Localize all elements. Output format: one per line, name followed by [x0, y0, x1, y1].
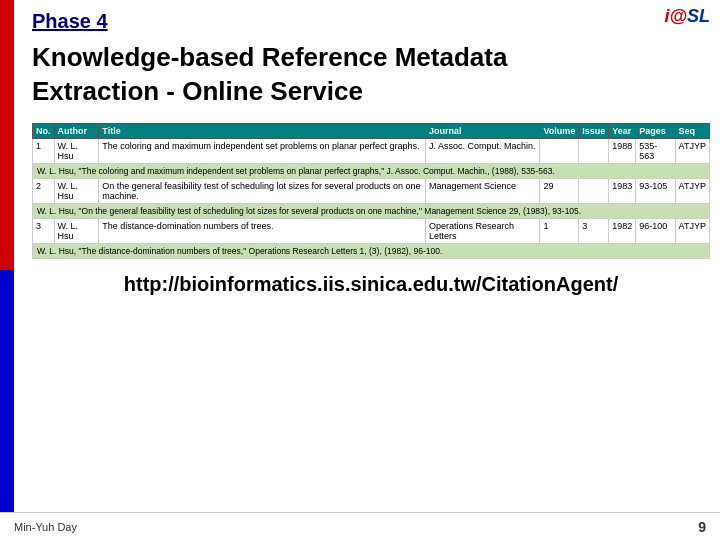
col-volume: Volume — [540, 123, 579, 138]
left-bar-bottom — [0, 270, 14, 540]
cell-author: W. L. Hsu — [54, 138, 99, 163]
cell-author: W. L. Hsu — [54, 178, 99, 203]
citation-row: W. L. Hsu, "On the general feasibility t… — [33, 203, 710, 218]
col-author: Author — [54, 123, 99, 138]
citation-text: W. L. Hsu, "On the general feasibility t… — [33, 203, 710, 218]
cell-journal: Management Science — [426, 178, 540, 203]
cell-pages: 96-100 — [636, 218, 675, 243]
col-issue: Issue — [579, 123, 609, 138]
col-journal: Journal — [426, 123, 540, 138]
col-seq: Seq — [675, 123, 709, 138]
col-title: Title — [99, 123, 426, 138]
cell-journal: J. Assoc. Comput. Machin. — [426, 138, 540, 163]
cell-seq: ATJYP — [675, 138, 709, 163]
cell-volume: 1 — [540, 218, 579, 243]
cell-no: 3 — [33, 218, 55, 243]
cell-pages: 535-563 — [636, 138, 675, 163]
footer-bar: Min-Yuh Day 9 — [0, 512, 720, 540]
cell-pages: 93-105 — [636, 178, 675, 203]
table-row: 2 W. L. Hsu On the general feasibility t… — [33, 178, 710, 203]
footer-page: 9 — [698, 519, 706, 535]
cell-volume: 29 — [540, 178, 579, 203]
cell-year: 1983 — [609, 178, 636, 203]
url-section: http://bioinformatics.iis.sinica.edu.tw/… — [32, 273, 710, 296]
cell-title: On the general feasibility test of sched… — [99, 178, 426, 203]
url-text: http://bioinformatics.iis.sinica.edu.tw/… — [124, 273, 618, 295]
cell-no: 1 — [33, 138, 55, 163]
left-bar — [0, 0, 14, 540]
cell-seq: ATJYP — [675, 178, 709, 203]
cell-year: 1988 — [609, 138, 636, 163]
title-line2: Extraction - Online Service — [32, 76, 363, 106]
table-row: 3 W. L. Hsu The distance-domination numb… — [33, 218, 710, 243]
phase-heading: Phase 4 — [32, 10, 710, 33]
table-header-row: No. Author Title Journal Volume Issue Ye… — [33, 123, 710, 138]
footer-author: Min-Yuh Day — [14, 521, 698, 533]
cell-no: 2 — [33, 178, 55, 203]
col-no: No. — [33, 123, 55, 138]
cell-issue: 3 — [579, 218, 609, 243]
main-title: Knowledge-based Reference Metadata Extra… — [32, 41, 710, 109]
citation-text: W. L. Hsu, "The distance-domination numb… — [33, 243, 710, 258]
citation-row: W. L. Hsu, "The coloring and maximum ind… — [33, 163, 710, 178]
title-line1: Knowledge-based Reference Metadata — [32, 42, 507, 72]
reference-table: No. Author Title Journal Volume Issue Ye… — [32, 123, 710, 259]
table-row: 1 W. L. Hsu The coloring and maximum ind… — [33, 138, 710, 163]
cell-journal: Operations Research Letters — [426, 218, 540, 243]
cell-volume — [540, 138, 579, 163]
cell-author: W. L. Hsu — [54, 218, 99, 243]
cell-title: The distance-domination numbers of trees… — [99, 218, 426, 243]
reference-table-wrapper: No. Author Title Journal Volume Issue Ye… — [32, 123, 710, 259]
col-pages: Pages — [636, 123, 675, 138]
citation-row: W. L. Hsu, "The distance-domination numb… — [33, 243, 710, 258]
main-content: Phase 4 Knowledge-based Reference Metada… — [22, 0, 720, 540]
cell-issue — [579, 138, 609, 163]
cell-year: 1982 — [609, 218, 636, 243]
citation-text: W. L. Hsu, "The coloring and maximum ind… — [33, 163, 710, 178]
left-bar-top — [0, 0, 14, 270]
cell-title: The coloring and maximum independent set… — [99, 138, 426, 163]
cell-issue — [579, 178, 609, 203]
col-year: Year — [609, 123, 636, 138]
cell-seq: ATJYP — [675, 218, 709, 243]
